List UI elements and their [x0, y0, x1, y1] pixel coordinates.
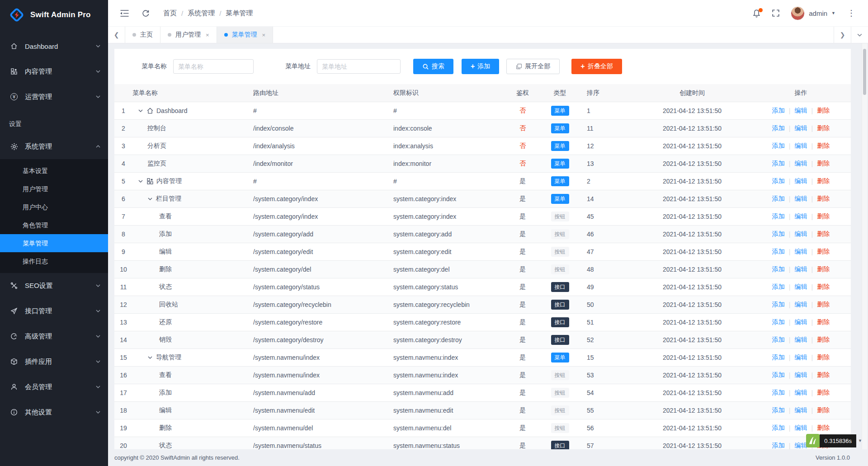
action-add-link[interactable]: 添加: [772, 424, 785, 432]
tree-chevron-down-icon[interactable]: [138, 179, 143, 184]
action-add-link[interactable]: 添加: [772, 177, 785, 185]
sidebar-item[interactable]: SEO设置: [0, 273, 108, 298]
action-edit-link[interactable]: 编辑: [795, 248, 807, 256]
sidebar-item[interactable]: Dashboard: [0, 33, 108, 59]
tree-chevron-down-icon[interactable]: [147, 196, 153, 202]
action-add-link[interactable]: 添加: [772, 371, 785, 379]
action-add-link[interactable]: 添加: [772, 301, 785, 309]
app-logo[interactable]: Swift Admin Pro: [0, 0, 108, 30]
action-delete-link[interactable]: 删除: [817, 371, 830, 379]
sidebar-item[interactable]: ¥运营管理: [0, 84, 108, 109]
sidebar-subitem[interactable]: 基本设置: [0, 162, 108, 180]
action-edit-link[interactable]: 编辑: [795, 177, 807, 185]
action-edit-link[interactable]: 编辑: [795, 160, 807, 168]
action-delete-link[interactable]: 删除: [817, 230, 830, 238]
action-delete-link[interactable]: 删除: [817, 318, 830, 326]
menu-name-input[interactable]: [173, 59, 254, 74]
user-menu[interactable]: admin ▼: [791, 6, 835, 20]
action-add-link[interactable]: 添加: [772, 389, 785, 397]
action-delete-link[interactable]: 删除: [817, 195, 830, 203]
action-delete-link[interactable]: 删除: [817, 265, 830, 273]
action-add-link[interactable]: 添加: [772, 230, 785, 238]
action-delete-link[interactable]: 删除: [817, 248, 830, 256]
sidebar-item[interactable]: 插件应用: [0, 349, 108, 374]
expand-all-button[interactable]: 展开全部: [506, 59, 560, 74]
sidebar-item[interactable]: 接口管理: [0, 298, 108, 324]
action-delete-link[interactable]: 删除: [817, 212, 830, 221]
action-delete-link[interactable]: 删除: [817, 406, 830, 414]
breadcrumb-item[interactable]: 系统管理: [188, 9, 215, 18]
action-add-link[interactable]: 添加: [772, 142, 785, 150]
action-delete-link[interactable]: 删除: [817, 142, 830, 150]
action-add-link[interactable]: 添加: [772, 107, 785, 115]
action-delete-link[interactable]: 删除: [817, 424, 830, 432]
refresh-icon[interactable]: [142, 9, 150, 17]
fullscreen-icon[interactable]: [772, 9, 780, 17]
action-add-link[interactable]: 添加: [772, 318, 785, 326]
close-icon[interactable]: ×: [206, 32, 209, 38]
action-edit-link[interactable]: 编辑: [795, 336, 807, 344]
action-add-link[interactable]: 添加: [772, 195, 785, 203]
action-edit-link[interactable]: 编辑: [795, 265, 807, 273]
action-add-link[interactable]: 添加: [772, 212, 785, 221]
sidebar-item[interactable]: 内容管理: [0, 59, 108, 84]
sidebar-subitem[interactable]: 操作日志: [0, 252, 108, 270]
avatar[interactable]: [791, 6, 805, 20]
sidebar-item[interactable]: 系统管理: [0, 134, 108, 159]
tabs-scroll-left-button[interactable]: ❮: [108, 27, 125, 43]
sidebar-item[interactable]: 高级管理: [0, 324, 108, 349]
sidebar-subitem[interactable]: 菜单管理: [0, 234, 108, 252]
action-delete-link[interactable]: 删除: [817, 177, 830, 185]
action-add-link[interactable]: 添加: [772, 353, 785, 362]
action-add-link[interactable]: 添加: [772, 124, 785, 132]
breadcrumb-item[interactable]: 菜单管理: [226, 9, 253, 18]
search-button[interactable]: 搜索: [413, 59, 453, 74]
tabs-scroll-right-button[interactable]: ❯: [834, 27, 851, 43]
action-delete-link[interactable]: 删除: [817, 389, 830, 397]
breadcrumb-item[interactable]: 首页: [163, 9, 177, 18]
action-add-link[interactable]: 添加: [772, 406, 785, 414]
action-edit-link[interactable]: 编辑: [795, 212, 807, 221]
action-edit-link[interactable]: 编辑: [795, 142, 807, 150]
action-add-link[interactable]: 添加: [772, 283, 785, 291]
bell-icon[interactable]: [752, 9, 761, 18]
action-delete-link[interactable]: 删除: [817, 107, 830, 115]
action-edit-link[interactable]: 编辑: [795, 424, 807, 432]
action-add-link[interactable]: 添加: [772, 442, 785, 449]
action-edit-link[interactable]: 编辑: [795, 442, 807, 449]
tab[interactable]: 菜单管理×: [217, 27, 274, 43]
action-edit-link[interactable]: 编辑: [795, 107, 807, 115]
action-edit-link[interactable]: 编辑: [795, 318, 807, 326]
kebab-icon[interactable]: ⋮: [846, 8, 856, 18]
action-edit-link[interactable]: 编辑: [795, 353, 807, 362]
action-edit-link[interactable]: 编辑: [795, 406, 807, 414]
action-edit-link[interactable]: 编辑: [795, 195, 807, 203]
sidebar-item[interactable]: 其他设置: [0, 400, 108, 425]
tree-chevron-down-icon[interactable]: [147, 355, 153, 360]
action-edit-link[interactable]: 编辑: [795, 283, 807, 291]
action-delete-link[interactable]: 删除: [817, 336, 830, 344]
action-delete-link[interactable]: 删除: [817, 283, 830, 291]
action-delete-link[interactable]: 删除: [817, 160, 830, 168]
menu-url-input[interactable]: [317, 59, 401, 74]
sidebar-item[interactable]: 会员管理: [0, 374, 108, 400]
close-icon[interactable]: ×: [262, 32, 266, 38]
sidebar-subitem[interactable]: 用户中心: [0, 198, 108, 216]
action-add-link[interactable]: 添加: [772, 336, 785, 344]
action-delete-link[interactable]: 删除: [817, 301, 830, 309]
menu-fold-icon[interactable]: [120, 9, 129, 17]
action-add-link[interactable]: 添加: [772, 265, 785, 273]
action-edit-link[interactable]: 编辑: [795, 124, 807, 132]
sidebar-subitem[interactable]: 用户管理: [0, 180, 108, 198]
sidebar-subitem[interactable]: 角色管理: [0, 216, 108, 234]
action-add-link[interactable]: 添加: [772, 160, 785, 168]
collapse-all-button[interactable]: + 折叠全部: [571, 59, 622, 74]
scrollbar-thumb[interactable]: [863, 49, 866, 95]
action-edit-link[interactable]: 编辑: [795, 371, 807, 379]
tab[interactable]: 用户管理×: [160, 27, 217, 43]
action-edit-link[interactable]: 编辑: [795, 230, 807, 238]
add-button[interactable]: + 添加: [462, 59, 499, 74]
action-edit-link[interactable]: 编辑: [795, 389, 807, 397]
action-delete-link[interactable]: 删除: [817, 124, 830, 132]
action-delete-link[interactable]: 删除: [817, 353, 830, 362]
